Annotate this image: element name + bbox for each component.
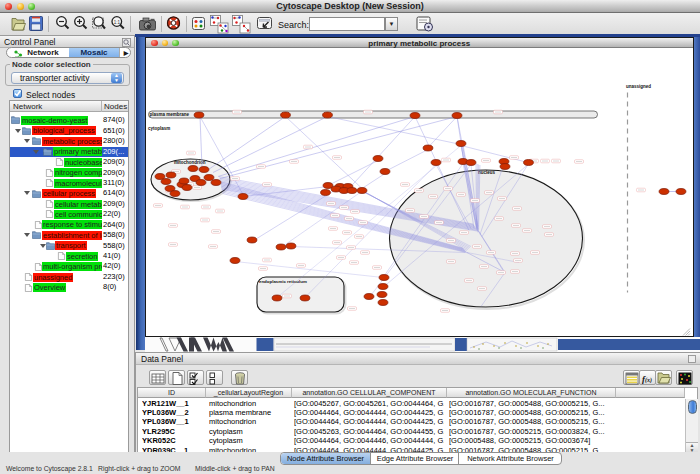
svg-text:nucleus: nucleus xyxy=(478,170,496,175)
svg-text:cytoplasm: cytoplasm xyxy=(148,126,170,131)
svg-text:plasma membrane: plasma membrane xyxy=(150,112,190,117)
svg-text:unassigned: unassigned xyxy=(626,84,651,89)
svg-text:mitochondrion: mitochondrion xyxy=(174,160,206,165)
svg-text:endoplasmic reticulum: endoplasmic reticulum xyxy=(259,279,307,284)
svg-text:1:1: 1:1 xyxy=(114,20,121,25)
svg-text:f(x): f(x) xyxy=(642,374,652,384)
